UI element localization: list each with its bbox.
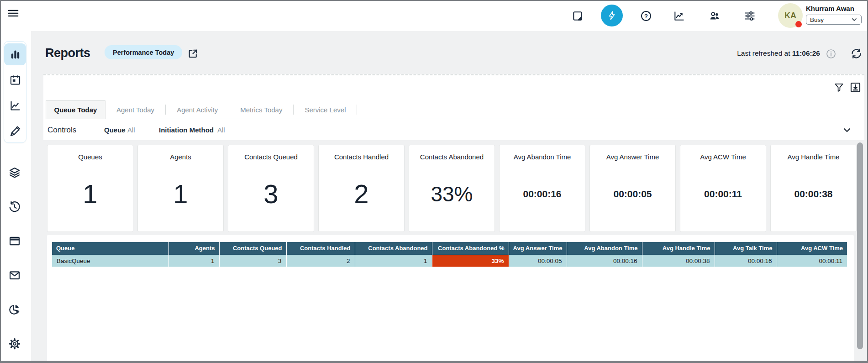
- avatar-initials: KA: [784, 11, 796, 21]
- table-header-cell[interactable]: Contacts Queued: [219, 242, 286, 255]
- window-icon: [8, 235, 21, 247]
- sidebar-item-metrics[interactable]: [4, 95, 26, 116]
- top-bar: ? KA Khurram Awan Busy: [1, 1, 867, 31]
- menu-icon[interactable]: [7, 7, 20, 20]
- sidebar-items: [4, 162, 26, 363]
- last-refreshed: Last refreshed at 11:06:26: [737, 49, 820, 58]
- sidebar-item-layers[interactable]: [4, 162, 26, 184]
- vertical-scrollbar[interactable]: [857, 142, 863, 349]
- filter-queue-label: Queue: [104, 126, 126, 134]
- tab-agent-activity[interactable]: Agent Activity: [166, 100, 229, 119]
- tab-bar: Queue Today Agent Today Agent Activity M…: [46, 100, 862, 119]
- table-header-cell[interactable]: Contacts Abandoned: [355, 242, 432, 255]
- filter-initiation-label: Initiation Method: [159, 126, 214, 134]
- queue-table-card: QueueAgentsContacts QueuedContacts Handl…: [47, 235, 854, 362]
- metric-card-agents: Agents 1: [137, 145, 224, 232]
- report-badge[interactable]: Performance Today: [105, 45, 182, 59]
- sidebar-item-schedule[interactable]: [4, 69, 26, 91]
- table-header-cell[interactable]: Avg Abandon Time: [567, 242, 642, 255]
- gear-icon: [8, 337, 21, 350]
- table-cell: 1: [168, 255, 219, 267]
- pen-icon: [9, 125, 21, 137]
- pie-chart-icon: [8, 303, 21, 316]
- settings-sliders-icon[interactable]: [744, 10, 756, 22]
- sidebar-item-mail[interactable]: [4, 264, 26, 286]
- calendar-icon: [9, 74, 21, 86]
- metrics-chart-icon[interactable]: [673, 10, 685, 22]
- table-cell: BasicQueue: [52, 255, 168, 267]
- sidebar-item-pie[interactable]: [4, 299, 26, 321]
- history-icon: [8, 200, 21, 213]
- metric-card-contacts-abandoned: Contacts Abandoned 33%: [409, 145, 495, 232]
- filter-icon[interactable]: [834, 82, 844, 93]
- tab-service-level[interactable]: Service Level: [294, 100, 357, 119]
- filter-queue-value[interactable]: All: [127, 126, 135, 134]
- table-header-cell[interactable]: Agents: [168, 242, 219, 255]
- table-cell: 33%: [432, 255, 509, 267]
- table-header-cell[interactable]: Avg Talk Time: [715, 242, 777, 255]
- tab-queue-today[interactable]: Queue Today: [46, 100, 105, 119]
- page-title: Reports: [45, 46, 90, 60]
- metric-card-avg-acw-time: Avg ACW Time 00:00:11: [680, 145, 766, 232]
- table-row: BasicQueue132133%00:00:0500:00:1600:00:3…: [52, 255, 847, 267]
- sidebar-item-flows[interactable]: [4, 120, 26, 142]
- status-value: Busy: [810, 16, 824, 23]
- table-cell: 00:00:11: [777, 255, 847, 267]
- download-icon[interactable]: [849, 81, 862, 94]
- table-header-cell[interactable]: Contacts Abandoned %: [432, 242, 509, 255]
- metric-card-queues: Queues 1: [47, 145, 133, 232]
- sidebar-metrics-group: [4, 41, 26, 143]
- queue-table: QueueAgentsContacts QueuedContacts Handl…: [52, 242, 847, 267]
- sidebar-item-history[interactable]: [4, 196, 26, 218]
- table-cell: 3: [219, 255, 286, 267]
- main-content: Reports Performance Today Last refreshed…: [31, 31, 868, 362]
- table-cell: 1: [355, 255, 432, 267]
- table-cell: 00:00:38: [642, 255, 715, 267]
- avatar[interactable]: KA: [778, 3, 803, 28]
- metric-card-avg-handle-time: Avg Handle Time 00:00:38: [770, 145, 857, 232]
- table-header-cell[interactable]: Avg ACW Time: [777, 242, 847, 255]
- controls-title: Controls: [47, 126, 76, 135]
- sidebar: [1, 31, 31, 362]
- svg-text:?: ?: [644, 13, 648, 20]
- help-icon[interactable]: ?: [640, 10, 652, 22]
- table-header-cell[interactable]: Avg Answer Time: [509, 242, 567, 255]
- table-cell: 2: [286, 255, 355, 267]
- sidebar-item-settings[interactable]: [4, 333, 26, 355]
- metric-card-avg-abandon-time: Avg Abandon Time 00:00:16: [499, 145, 585, 232]
- user-name: Khurram Awan: [806, 5, 854, 12]
- page-header: Reports Performance Today Last refreshed…: [31, 31, 868, 74]
- table-cell: 00:00:16: [567, 255, 642, 267]
- refresh-icon[interactable]: [850, 47, 863, 60]
- metric-card-contacts-queued: Contacts Queued 3: [228, 145, 314, 232]
- metric-card-contacts-handled: Contacts Handled 2: [318, 145, 405, 232]
- line-chart-icon: [9, 100, 21, 112]
- chevron-down-icon: [851, 16, 857, 23]
- controls-row: Controls Queue All Initiation Method All: [43, 119, 864, 141]
- metric-cards: Queues 1 Agents 1 Contacts Queued 3 Cont…: [47, 145, 859, 232]
- layers-icon: [8, 166, 21, 179]
- tab-agent-today[interactable]: Agent Today: [105, 100, 165, 119]
- table-header-cell[interactable]: Contacts Handled: [286, 242, 355, 255]
- tab-metrics-today[interactable]: Metrics Today: [229, 100, 293, 119]
- status-dot: [795, 21, 802, 27]
- collapse-chevron-icon[interactable]: [842, 126, 852, 135]
- report-widget: Queue Today Agent Today Agent Activity M…: [43, 74, 864, 140]
- sidebar-item-reports[interactable]: [4, 43, 26, 65]
- realtime-metrics-icon[interactable]: [601, 5, 623, 26]
- metric-card-avg-answer-time: Avg Answer Time 00:00:05: [589, 145, 676, 232]
- last-refreshed-time: 11:06:26: [792, 49, 820, 57]
- filter-initiation-value[interactable]: All: [217, 126, 225, 134]
- users-icon[interactable]: [709, 10, 721, 22]
- table-header-cell[interactable]: Queue: [52, 242, 168, 255]
- info-icon[interactable]: [826, 49, 836, 59]
- mail-icon: [8, 269, 21, 282]
- sidebar-item-window[interactable]: [4, 230, 26, 252]
- table-header-cell[interactable]: Avg Handle Time: [642, 242, 715, 255]
- table-cell: 00:00:05: [509, 255, 567, 267]
- task-icon[interactable]: [572, 10, 584, 22]
- status-select[interactable]: Busy: [806, 15, 862, 25]
- app-window: ? KA Khurram Awan Busy: [0, 0, 868, 363]
- external-link-icon[interactable]: [187, 48, 199, 59]
- table-cell: 00:00:16: [715, 255, 777, 267]
